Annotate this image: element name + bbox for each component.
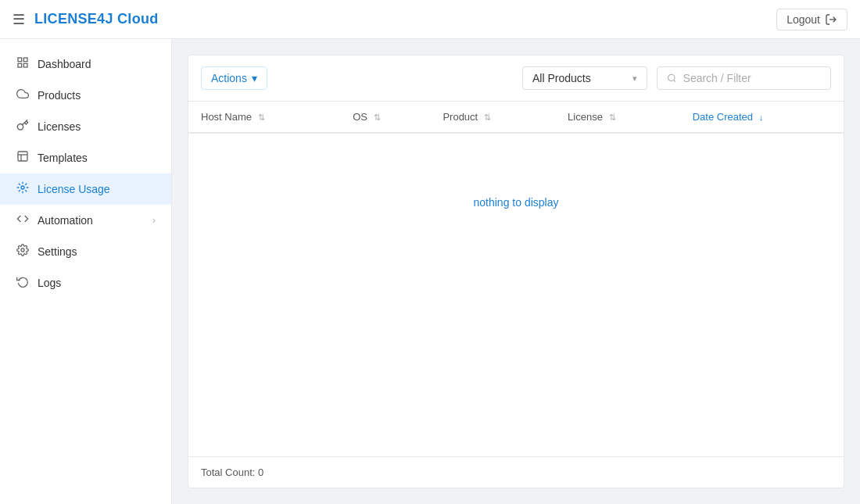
app-title: LICENSE4J Cloud <box>34 11 159 27</box>
sidebar-item-dashboard[interactable]: Dashboard <box>0 48 171 80</box>
table-head: Host Name ⇅ OS ⇅ Product ⇅ <box>188 102 844 133</box>
col-host-name-label: Host Name <box>201 111 252 123</box>
col-os-sort-icon: ⇅ <box>374 113 381 122</box>
search-input-wrap <box>657 66 831 90</box>
automation-chevron-icon: › <box>152 215 156 226</box>
sidebar-item-label-automation: Automation <box>38 214 145 227</box>
settings-icon <box>16 244 30 259</box>
sidebar-item-label-dashboard: Dashboard <box>38 58 156 70</box>
table-footer: Total Count: 0 <box>188 456 844 488</box>
sidebar-item-logs[interactable]: Logs <box>0 267 171 298</box>
col-date-created-sort-icon: ↓ <box>759 113 764 122</box>
main-content: Actions ▾ All Products ▾ <box>172 39 860 504</box>
sidebar-item-settings[interactable]: Settings <box>0 236 171 267</box>
sidebar-item-licenses[interactable]: Licenses <box>0 111 171 142</box>
svg-point-10 <box>668 74 675 80</box>
licenses-icon <box>16 119 30 134</box>
logs-icon <box>16 275 30 291</box>
col-license-label: License <box>568 111 603 123</box>
svg-rect-1 <box>18 58 22 62</box>
svg-point-9 <box>21 248 24 252</box>
sidebar-item-label-settings: Settings <box>38 245 156 258</box>
sidebar: DashboardProductsLicensesTemplatesLicens… <box>0 39 172 504</box>
search-input[interactable] <box>683 72 821 84</box>
actions-label: Actions <box>211 72 247 84</box>
search-icon <box>667 73 677 84</box>
hamburger-icon[interactable]: ☰ <box>13 11 25 28</box>
app-header: ☰ LICENSE4J Cloud Logout <box>0 0 860 39</box>
col-host-name[interactable]: Host Name ⇅ <box>188 102 340 133</box>
automation-icon <box>16 213 30 228</box>
sidebar-item-label-licenses: Licenses <box>38 120 156 133</box>
col-host-name-sort-icon: ⇅ <box>258 113 265 122</box>
main-layout: DashboardProductsLicensesTemplatesLicens… <box>0 39 860 504</box>
svg-rect-4 <box>23 63 27 67</box>
table-header-row: Host Name ⇅ OS ⇅ Product ⇅ <box>188 102 844 133</box>
products-icon <box>16 88 30 103</box>
svg-rect-2 <box>23 58 27 62</box>
sidebar-item-label-products: Products <box>38 89 156 102</box>
sidebar-item-automation[interactable]: Automation› <box>0 205 171 236</box>
table-wrap: Host Name ⇅ OS ⇅ Product ⇅ <box>188 102 844 456</box>
sidebar-item-products[interactable]: Products <box>0 80 171 111</box>
logout-icon <box>825 13 837 26</box>
products-dropdown[interactable]: All Products ▾ <box>522 66 647 90</box>
total-count-label: Total Count: 0 <box>201 466 263 478</box>
data-table: Host Name ⇅ OS ⇅ Product ⇅ <box>188 102 844 134</box>
dropdown-selected-label: All Products <box>532 72 591 84</box>
svg-rect-3 <box>18 63 22 67</box>
sidebar-item-templates[interactable]: Templates <box>0 142 171 173</box>
templates-icon <box>16 150 30 166</box>
logout-label: Logout <box>787 13 820 26</box>
toolbar: Actions ▾ All Products ▾ <box>188 55 844 102</box>
col-os-label: OS <box>353 111 367 123</box>
col-product[interactable]: Product ⇅ <box>430 102 555 133</box>
col-date-created[interactable]: Date Created ↓ <box>680 102 844 133</box>
actions-arrow-icon: ▾ <box>252 72 257 84</box>
sidebar-item-label-logs: Logs <box>38 277 156 289</box>
col-license[interactable]: License ⇅ <box>555 102 680 133</box>
content-card: Actions ▾ All Products ▾ <box>188 55 844 488</box>
dashboard-icon <box>16 56 30 72</box>
col-date-created-label: Date Created <box>693 111 753 123</box>
col-os[interactable]: OS ⇅ <box>340 102 430 133</box>
svg-line-11 <box>674 80 675 81</box>
col-product-label: Product <box>443 111 478 123</box>
logout-button[interactable]: Logout <box>776 9 847 30</box>
svg-rect-5 <box>18 152 27 161</box>
col-license-sort-icon: ⇅ <box>609 113 616 122</box>
sidebar-item-license-usage[interactable]: License Usage <box>0 173 171 205</box>
actions-button[interactable]: Actions ▾ <box>201 66 267 90</box>
sidebar-item-label-license-usage: License Usage <box>38 183 156 195</box>
license-usage-icon <box>16 181 30 197</box>
svg-point-8 <box>21 186 24 189</box>
col-product-sort-icon: ⇅ <box>484 113 491 122</box>
sidebar-item-label-templates: Templates <box>38 152 156 164</box>
empty-message: nothing to display <box>188 134 844 271</box>
dropdown-arrow-icon: ▾ <box>632 73 637 84</box>
